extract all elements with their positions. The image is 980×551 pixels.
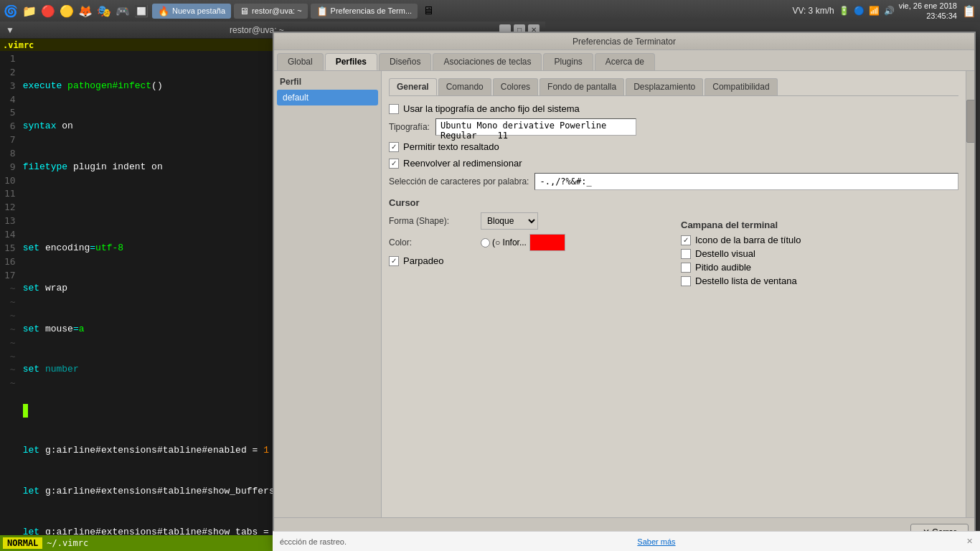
rewrap-checkbox[interactable] — [389, 159, 399, 169]
cursor-shape-row: Forma (Shape): Bloque — [389, 212, 666, 230]
bell-section-title: Campana del terminal — [681, 220, 958, 230]
use-system-font-checkbox[interactable] — [389, 104, 399, 114]
font-label: Tipografía: — [389, 122, 430, 132]
profile-tabs: General Comando Colores Fondo de pantall… — [389, 78, 958, 96]
app-icon-1[interactable]: 🔴 — [40, 3, 56, 19]
bell-section: Campana del terminal Icono de la barra d… — [681, 212, 958, 289]
profile-tab-comando[interactable]: Comando — [438, 78, 491, 95]
app-icon-5[interactable]: 🎮 — [115, 3, 131, 19]
firefox-taskbar-icon: 🔥 — [158, 6, 169, 17]
cursor-blink-checkbox[interactable] — [389, 256, 399, 266]
dialog-scrollbar[interactable] — [966, 71, 974, 517]
preferences-dialog: Preferencias de Terminator Global Perfil… — [273, 32, 976, 548]
bell-visual-label: Destello visual — [695, 248, 755, 259]
cursor-form: Forma (Shape): Bloque Color: (○ Infor... — [389, 212, 958, 289]
screen-icon[interactable]: 🖥 — [420, 3, 436, 19]
taskbar-prefs-label: Preferencias de Term... — [331, 6, 413, 15]
profile-tab-compatibilidad[interactable]: Compatibilidad — [705, 78, 777, 95]
battery-icon: 🔋 — [839, 6, 849, 16]
bell-window-checkbox[interactable] — [681, 276, 691, 286]
cursor-color-preview[interactable] — [529, 234, 565, 251]
cursor-blink-row: Parpadeo — [389, 255, 666, 266]
scrollbar-thumb[interactable] — [966, 100, 974, 143]
profile-tab-fondo[interactable]: Fondo de pantalla — [540, 78, 624, 95]
taskbar-terminal-window[interactable]: 🖥 restor@uva: ~ — [234, 4, 308, 19]
tab-disenos[interactable]: Diseños — [379, 53, 431, 70]
font-value: Ubuntu Mono derivative Powerline Regular — [440, 121, 606, 141]
tab-plugins[interactable]: Plugins — [543, 53, 593, 70]
word-chars-input[interactable] — [534, 173, 958, 190]
cursor-blink-label: Parpadeo — [403, 255, 443, 266]
bell-window-label: Destello lista de ventana — [695, 276, 797, 286]
bell-audible-row: Pitido audible — [681, 262, 958, 273]
profile-tab-colores[interactable]: Colores — [493, 78, 538, 95]
app-icon-2[interactable]: 🟡 — [59, 3, 75, 19]
profiles-section-title: Perfil — [277, 74, 378, 90]
allow-bold-row: Permitir texto resaltado — [389, 141, 958, 152]
clock-date: vie, 26 ene 2018 — [899, 1, 957, 11]
word-chars-label: Selección de caracteres por palabra: — [389, 176, 529, 187]
rewrap-row: Reenvolver al redimensionar — [389, 158, 958, 169]
app-icon-4[interactable]: 🎭 — [96, 3, 112, 19]
prefs-taskbar-icon: 📋 — [316, 6, 328, 17]
dialog-body: Perfil default General Comando Colores F… — [274, 71, 974, 517]
taskbar-right: VV: 3 km/h 🔋 🔵 📶 🔊 vie, 26 ene 2018 23:4… — [792, 1, 980, 22]
volume-icon: 🔊 — [884, 6, 895, 16]
notification-link[interactable]: Saber más — [637, 537, 675, 546]
allow-bold-label: Permitir texto resaltado — [403, 141, 499, 152]
font-row: Tipografía: Ubuntu Mono derivative Power… — [389, 118, 958, 136]
notification-close-icon[interactable]: ✕ — [966, 537, 973, 546]
profile-tab-desplazamiento[interactable]: Desplazamiento — [626, 78, 703, 95]
files-icon[interactable]: 📁 — [22, 3, 37, 19]
cursor-color-row: Color: (○ Infor... — [389, 234, 666, 251]
bell-visual-checkbox[interactable] — [681, 249, 691, 259]
tab-perfiles[interactable]: Perfiles — [325, 53, 377, 70]
cursor-left: Forma (Shape): Bloque Color: (○ Infor... — [389, 212, 666, 270]
use-system-font-label: Usar la tipografía de ancho fijo del sis… — [403, 103, 580, 114]
bell-audible-label: Pitido audible — [695, 262, 751, 273]
terminal-dropdown[interactable]: ▼ — [6, 25, 14, 35]
cursor-section: Cursor Forma (Shape): Bloque Color: — [389, 197, 958, 289]
cursor-color-system-label: (○ Infor... — [492, 237, 527, 248]
app-icon-6[interactable]: 🔲 — [133, 3, 149, 19]
taskbar-browser-label: Nueva pestaña — [172, 6, 225, 15]
font-input[interactable]: Ubuntu Mono derivative Powerline Regular… — [435, 118, 636, 136]
bell-visual-row: Destello visual — [681, 248, 958, 259]
bell-title-icon-row: Icono de la barra de título — [681, 235, 958, 245]
bluetooth-icon: 🔵 — [854, 6, 864, 16]
tab-teclas[interactable]: Asociaciones de teclas — [433, 53, 542, 70]
taskbar-browser-window[interactable]: 🔥 Nueva pestaña — [152, 4, 231, 19]
clock-time: 23:45:34 — [899, 11, 957, 21]
tab-global[interactable]: Global — [277, 53, 324, 70]
rewrap-label: Reenvolver al redimensionar — [403, 158, 522, 169]
allow-bold-checkbox[interactable] — [389, 142, 399, 152]
profile-item-default[interactable]: default — [277, 90, 378, 105]
cursor-color-label: Color: — [389, 237, 475, 248]
use-system-font-row: Usar la tipografía de ancho fijo del sis… — [389, 103, 958, 114]
bell-window-row: Destello lista de ventana — [681, 276, 958, 286]
tab-acerca[interactable]: Acerca de — [595, 53, 655, 70]
app-icon-3[interactable]: 🦊 — [77, 3, 93, 19]
notification-bar: éccción de rastreo. Saber más ✕ — [273, 531, 980, 551]
dialog-titlebar: Preferencias de Terminator — [274, 33, 974, 50]
taskbar-preferences-window[interactable]: 📋 Preferencias de Term... — [311, 4, 418, 19]
taskbar: 🌀 📁 🔴 🟡 🦊 🎭 🎮 🔲 🔥 Nueva pestaña 🖥 restor… — [0, 0, 980, 22]
cursor-shape-select[interactable]: Bloque — [481, 212, 538, 230]
profiles-panel: Perfil default — [274, 71, 382, 517]
taskbar-clock: vie, 26 ene 2018 23:45:34 — [899, 1, 957, 22]
bell-title-icon-label: Icono de la barra de título — [695, 235, 801, 245]
bell-audible-checkbox[interactable] — [681, 263, 691, 273]
notification-text: éccción de rastreo. — [280, 537, 347, 546]
cursor-color-radio-system[interactable] — [481, 238, 490, 248]
system-icon[interactable]: 🌀 — [3, 3, 19, 19]
terminal-taskbar-icon: 🖥 — [240, 6, 249, 17]
line-numbers: 12345 678910 1112131415 1617 ~~~ ~~~ ~~ — [0, 51, 20, 534]
dialog-main-tabs: Global Perfiles Diseños Asociaciones de … — [274, 50, 974, 71]
bell-title-icon-checkbox[interactable] — [681, 235, 691, 245]
taskbar-left: 🌀 📁 🔴 🟡 🦊 🎭 🎮 🔲 🔥 Nueva pestaña 🖥 restor… — [0, 3, 436, 19]
cursor-shape-label: Forma (Shape): — [389, 216, 475, 226]
font-size-value: 11 — [497, 131, 507, 141]
vim-filename: .vimrc — [3, 40, 34, 50]
tray-icon[interactable]: 📋 — [961, 3, 977, 19]
profile-tab-general[interactable]: General — [389, 78, 437, 95]
